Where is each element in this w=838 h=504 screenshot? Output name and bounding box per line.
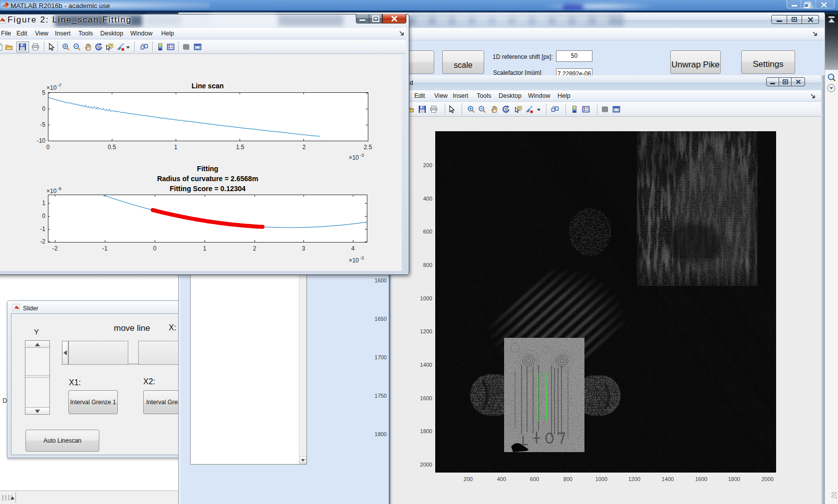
svg-text:-2: -2 — [40, 238, 45, 245]
svg-text:×10: ×10 — [46, 84, 57, 91]
svg-text:-6: -6 — [57, 186, 61, 191]
svg-text:1: 1 — [203, 245, 207, 252]
svg-text:-2: -2 — [52, 245, 58, 252]
svg-text:-3: -3 — [360, 153, 364, 158]
svg-text:-3: -3 — [360, 255, 364, 260]
svg-text:-5: -5 — [40, 121, 45, 128]
svg-text:1: 1 — [174, 144, 178, 151]
svg-text:4: 4 — [351, 245, 355, 252]
svg-text:×10: ×10 — [349, 257, 359, 264]
svg-text:2: 2 — [253, 245, 257, 252]
svg-text:0: 0 — [42, 105, 45, 112]
svg-text:2: 2 — [302, 144, 306, 151]
svg-text:-1: -1 — [102, 245, 108, 252]
svg-text:0: 0 — [46, 144, 50, 151]
svg-text:-1: -1 — [40, 226, 45, 233]
svg-text:-10: -10 — [37, 137, 46, 144]
svg-text:0: 0 — [153, 245, 157, 252]
svg-text:Radius of curvature = 2.6568m: Radius of curvature = 2.6568m — [157, 175, 259, 183]
svg-text:0.5: 0.5 — [108, 144, 116, 151]
svg-text:3: 3 — [302, 245, 305, 252]
svg-text:2.5: 2.5 — [364, 144, 372, 151]
svg-text:Line scan: Line scan — [192, 82, 224, 90]
svg-text:0: 0 — [42, 213, 45, 220]
svg-text:×10: ×10 — [46, 188, 57, 195]
svg-text:Fitting Score = 0.12304: Fitting Score = 0.12304 — [170, 185, 246, 193]
svg-text:×10: ×10 — [349, 154, 359, 161]
svg-text:Fitting: Fitting — [197, 165, 219, 173]
svg-text:1.5: 1.5 — [236, 144, 245, 151]
svg-text:5: 5 — [42, 89, 45, 96]
svg-text:1: 1 — [42, 200, 45, 207]
svg-text:-7: -7 — [57, 83, 61, 88]
